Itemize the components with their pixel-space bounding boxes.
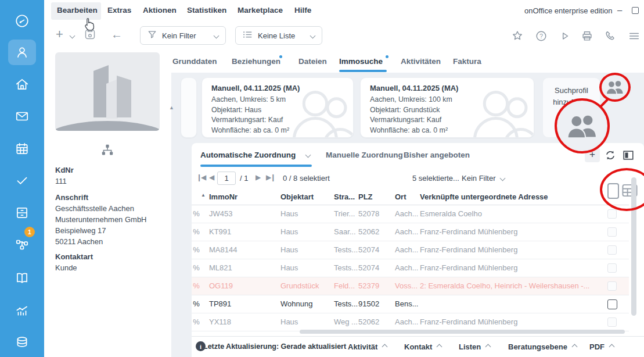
kontaktart-value: Kunde — [55, 263, 77, 272]
selection-info: 0 / 8 selektiert — [283, 174, 330, 183]
menu-marketplace[interactable]: Marketplace — [238, 6, 283, 15]
sidebar-item-contacts[interactable] — [8, 40, 36, 65]
footer-aktivitaet-button[interactable]: Aktivität — [348, 342, 387, 351]
search-profile-card-stub[interactable] — [181, 77, 197, 138]
prev-page-button[interactable]: ◀ — [209, 173, 213, 181]
refresh-button[interactable] — [603, 148, 618, 162]
add-record-button[interactable]: + — [56, 27, 63, 42]
minimize-button[interactable]: – — [617, 5, 622, 15]
menu-bearbeiten[interactable]: Bearbeiten — [57, 6, 98, 15]
tab-aktivitaeten[interactable]: Aktivitäten — [401, 57, 441, 66]
carousel-arrow-icon[interactable]: ▲ — [169, 105, 174, 110]
footer-kontakt-button[interactable]: Kontakt — [404, 342, 441, 351]
sidebar-item-tasks[interactable] — [8, 167, 36, 193]
worklist-dropdown[interactable]: Keine Liste — [235, 26, 322, 45]
chart-stats-icon — [15, 302, 30, 317]
help-icon[interactable]: ? — [535, 30, 548, 45]
search-profile-title: Manuell, 04.11.2025 (MA) — [211, 84, 344, 92]
row-checkbox[interactable] — [607, 209, 617, 219]
anschrift-line: Geschäftsstelle Aachen — [55, 204, 134, 213]
search-profile-card[interactable]: Manuell, 04.11.2025 (MA) Aachen, Umkreis… — [360, 77, 534, 138]
col-ort[interactable]: Ort — [395, 192, 406, 201]
footer-listen-button[interactable]: Listen — [459, 342, 490, 351]
table-row[interactable]: 0% ML821 Haus Tests... 52074 Aach... Fra… — [192, 259, 629, 277]
sidebar-item-statistics[interactable] — [8, 297, 36, 323]
col-adresse[interactable]: Verknüpfte untergeordnete Adresse — [420, 192, 597, 201]
sidebar-item-email[interactable] — [8, 103, 36, 129]
svg-text:?: ? — [539, 33, 543, 40]
subtab-bisher-angeboten[interactable]: Bisher angeboten — [404, 151, 470, 159]
table-row[interactable]: 0% OG119 Grundstück Feld... 52379 Voss..… — [192, 277, 629, 295]
first-page-button[interactable]: ❙◀ — [196, 173, 205, 181]
network-nodes-icon — [15, 237, 30, 252]
sidebar-item-knowledge[interactable] — [8, 265, 36, 291]
col-strasse[interactable]: Stra... — [334, 192, 355, 201]
kdnr-value: 111 — [55, 177, 67, 185]
refresh-icon — [604, 149, 617, 162]
row-checkbox[interactable] — [607, 227, 617, 237]
tab-grunddaten[interactable]: Grunddaten — [172, 57, 217, 66]
active-tab-underline — [339, 70, 387, 72]
info-icon[interactable]: i — [196, 341, 206, 351]
phone-icon[interactable] — [604, 30, 617, 45]
table-row[interactable]: 0% TP891 Wohnung Tests... 91502 Bens... — [192, 295, 629, 313]
col-objektart[interactable]: Objektart — [280, 192, 314, 201]
col-immonr[interactable]: ImmoNr — [209, 192, 238, 201]
row-checkbox[interactable] — [607, 263, 617, 273]
sidebar-item-dashboard[interactable] — [8, 8, 36, 34]
sidebar-item-archive[interactable] — [8, 200, 36, 226]
building-placeholder-icon — [55, 52, 160, 131]
chevron-up-icon — [609, 344, 615, 350]
bulk-action-label[interactable]: 5 selektierte... — [412, 174, 459, 183]
row-checkbox[interactable] — [607, 281, 617, 291]
horizontal-scrollbar[interactable] — [300, 330, 625, 334]
page-number-input[interactable] — [217, 172, 236, 185]
col-plz[interactable]: PLZ — [358, 192, 373, 201]
favorite-star-icon[interactable] — [511, 30, 524, 45]
anschrift-line: Musterunternehmen GmbH — [55, 215, 147, 224]
table-row[interactable]: 0% YX118 Haus Weg ... 52062 Aach... Fran… — [192, 313, 629, 331]
menu-statistiken[interactable]: Statistiken — [187, 6, 226, 15]
app-window: Bearbeiten Extras Aktionen Statistiken M… — [0, 0, 644, 357]
search-profile-card[interactable]: Manuell, 04.11.2025 (MA) Aachen, Umkreis… — [202, 77, 354, 138]
footer-pdf-button[interactable]: PDF — [589, 342, 614, 351]
tab-faktura[interactable]: Faktura — [453, 57, 481, 66]
row-checkbox[interactable] — [607, 317, 617, 327]
table-row[interactable]: 0% KT991 Haus Saar... 52062 Aach... Fran… — [192, 223, 629, 241]
menu-extras[interactable]: Extras — [107, 6, 131, 15]
filter-dropdown[interactable]: Kein Filter — [140, 26, 226, 45]
search-profile-line: Vermarktungsart: Kauf — [211, 115, 344, 126]
sort-asc-icon[interactable]: ▲ — [201, 192, 206, 198]
menu-aktionen[interactable]: Aktionen — [143, 6, 177, 15]
tab-immosuche[interactable]: Immosuche — [339, 57, 383, 66]
subtab-automatische-zuordnung[interactable]: Automatische Zuordnung — [200, 151, 296, 159]
hamburger-menu-icon[interactable] — [628, 30, 641, 45]
cabinet-icon — [15, 205, 30, 220]
last-page-button[interactable]: ▶❙ — [266, 173, 275, 181]
row-checkbox[interactable] — [607, 299, 617, 309]
play-icon[interactable] — [558, 30, 571, 45]
table-filter-dropdown[interactable]: Kein Filter — [462, 174, 496, 183]
next-page-button[interactable]: ▶ — [256, 173, 260, 181]
print-icon[interactable] — [581, 30, 593, 45]
table-row[interactable]: 0% JW453 Haus Trier... 52078 Aach... Esm… — [192, 205, 629, 223]
add-record-chevron-icon[interactable] — [70, 33, 75, 39]
table-row[interactable]: 0% MA8144 Haus Tests... 52074 Aach... Fr… — [192, 241, 629, 259]
footer-beratungsebene-button[interactable]: Beratungsebene — [508, 342, 577, 351]
tab-dateien[interactable]: Dateien — [298, 57, 327, 66]
subtab-manuelle-zuordnung[interactable]: Manuelle Zuordnung — [326, 151, 403, 159]
sidebar-item-calendar[interactable] — [8, 136, 36, 162]
column-layout-button[interactable] — [621, 148, 636, 162]
chevron-up-icon — [485, 344, 491, 350]
search-profile-line: Objektart: Haus — [211, 105, 344, 116]
restore-window-icon[interactable] — [632, 7, 639, 14]
app-title: onOffice enterprise edition — [524, 6, 613, 15]
menu-hilfe[interactable]: Hilfe — [294, 6, 311, 15]
back-arrow-button[interactable]: ← — [111, 28, 123, 41]
hierarchy-icon[interactable] — [100, 142, 115, 160]
sidebar-item-database[interactable] — [8, 329, 36, 355]
row-checkbox[interactable] — [607, 245, 617, 255]
search-profile-line: Aachen, Umkreis: 5 km — [211, 95, 344, 105]
tab-beziehungen[interactable]: Beziehungen — [232, 57, 280, 66]
sidebar-item-properties[interactable] — [8, 72, 36, 97]
